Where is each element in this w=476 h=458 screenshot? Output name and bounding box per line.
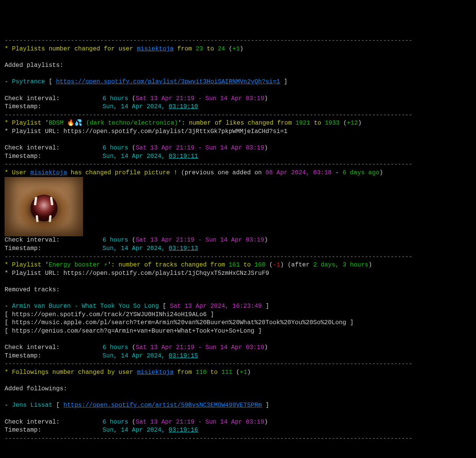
label: Timestamp: (5, 352, 41, 359)
track-link: https://genius.com/search?q=Armin+van+Bu… (12, 328, 254, 335)
paren: ( (132, 344, 136, 351)
track-link: https://music.apple.com/pl/search?term=A… (12, 319, 346, 326)
bracket: [ (5, 319, 12, 326)
paren: ) (280, 261, 284, 268)
text: to (314, 120, 321, 127)
check-value: 6 hours (103, 145, 128, 151)
paren: ) (247, 369, 251, 376)
track-ts: Sat 13 Apr 2024, 16:23:49 (170, 303, 262, 310)
subheading: Added playlists: (5, 62, 64, 69)
label: Timestamp: (5, 427, 41, 434)
paren: ( (269, 261, 273, 268)
text: : number of tracks changed from (111, 261, 225, 268)
bracket: [ (45, 78, 56, 85)
ts-date: Sun, 14 Apr 2024, (103, 427, 165, 434)
ts-date: Sun, 14 Apr 2024, (103, 245, 165, 252)
text: has changed profile picture ! (71, 169, 177, 176)
value-from: 161 (229, 261, 240, 268)
text: to (243, 261, 251, 268)
ts-date: Sun, 14 Apr 2024, (103, 103, 165, 110)
after-duration: 2 days, 3 hours (313, 261, 368, 268)
value-from: 23 (196, 45, 203, 52)
check-range: Sat 13 Apr 21:19 - Sun 14 Apr 03:19 (135, 344, 264, 351)
paren: ( (132, 237, 136, 244)
label: Check interval: (5, 344, 60, 351)
artist-url-link[interactable]: https://open.spotify.com/artist/59BvsNC3… (64, 402, 262, 409)
label: Check interval: (5, 95, 60, 102)
bracket: ] (254, 328, 262, 335)
label: Check interval: (5, 419, 60, 426)
ts-time: 03:19:10 (169, 103, 198, 110)
event-heading: * Playlist (5, 120, 41, 127)
bracket: [ (5, 328, 12, 335)
value-to: 160 (254, 261, 266, 268)
text: from (177, 45, 192, 52)
playlist-url: https://open.spotify.com/playlist/1jChqy… (64, 270, 269, 277)
text: from (177, 369, 192, 376)
delta: +1 (232, 45, 240, 52)
playlist-name: Energy booster ⚡ (49, 261, 108, 268)
paren: ) (358, 120, 362, 127)
delta: +1 (240, 369, 247, 376)
ts-date: Sun, 14 Apr 2024, (103, 352, 165, 359)
label: Check interval: (5, 237, 60, 244)
bullet: - (5, 78, 12, 85)
text: to (207, 45, 214, 52)
subheading: Removed tracks: (5, 286, 60, 293)
playlist-name: Psytrance (12, 78, 45, 85)
bracket: ] (280, 78, 287, 85)
divider: ----------------------------------------… (5, 37, 412, 44)
paren: ) (368, 261, 372, 268)
event-heading: * Playlist (5, 261, 41, 268)
paren: ) (240, 45, 244, 52)
value-to: 24 (218, 45, 225, 52)
track-name: Armin van Buuren - What Took You So Long (12, 303, 159, 310)
ts-time: 03:19:15 (169, 352, 198, 359)
ts-time: 03:19:13 (169, 245, 198, 252)
playlist-url-link[interactable]: https://open.spotify.com/playlist/3pwvit… (56, 78, 280, 85)
playlist-name: BDSM 🔥💦 (dark techno/electronica) (49, 120, 178, 127)
playlist-url: https://open.spotify.com/playlist/3jRttx… (64, 128, 288, 135)
label: Timestamp: (5, 103, 41, 110)
paren: ( (229, 45, 233, 52)
bracket: [ (159, 303, 170, 310)
label: Timestamp: (5, 245, 41, 252)
event-heading: * Playlists number changed for user (5, 45, 133, 52)
subheading: Added followings: (5, 385, 67, 392)
event-heading: * Followings number changed by user (5, 369, 133, 376)
user-link[interactable]: misiektoja (30, 169, 67, 176)
delta: +12 (347, 120, 358, 127)
check-value: 6 hours (103, 344, 128, 351)
ts-time: 03:19:11 (169, 153, 198, 160)
event-heading: * User (5, 169, 27, 176)
sep: - (335, 169, 339, 176)
bullet: - (5, 402, 12, 409)
check-value: 6 hours (103, 419, 128, 426)
check-range: Sat 13 Apr 21:19 - Sun 14 Apr 03:19 (135, 237, 264, 244)
prev-date: 08 Apr 2024, 03:18 (266, 169, 332, 176)
check-range: Sat 13 Apr 21:19 - Sun 14 Apr 03:19 (135, 145, 264, 151)
check-value: 6 hours (103, 237, 128, 244)
value-from: 1921 (295, 120, 310, 127)
quote: ' (178, 120, 182, 127)
quote: ' (108, 261, 111, 268)
bullet: - (5, 303, 12, 310)
quote: ' (45, 120, 49, 127)
label: Timestamp: (5, 153, 41, 160)
paren: ( (132, 419, 136, 426)
text: to (210, 369, 218, 376)
user-link[interactable]: misiektoja (137, 369, 174, 376)
paren: ( (343, 120, 347, 127)
user-link[interactable]: misiektoja (137, 45, 174, 52)
artist-name: Jens Lissat (12, 402, 52, 409)
paren: ( (236, 369, 240, 376)
bracket: [ (52, 402, 64, 409)
bracket: ] (262, 402, 269, 409)
paren: ) (379, 169, 383, 176)
text: (after (287, 261, 310, 268)
divider: ----------------------------------------… (5, 253, 412, 260)
value-to: 1933 (325, 120, 339, 127)
paren: ) (264, 237, 268, 244)
check-range: Sat 13 Apr 21:19 - Sun 14 Apr 03:19 (135, 419, 264, 426)
bracket: ] (262, 303, 269, 310)
